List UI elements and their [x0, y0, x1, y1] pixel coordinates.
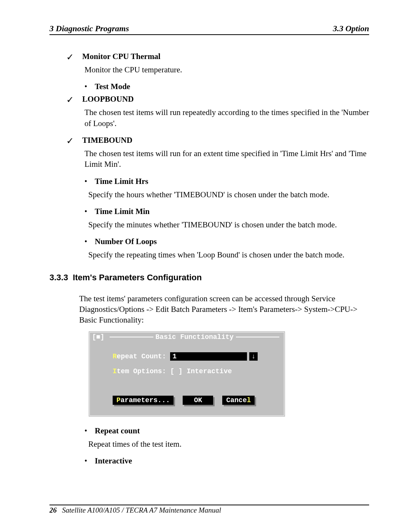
bullet-test-mode: • Test Mode: [84, 82, 369, 91]
bullet-label: Time Limit Hrs: [95, 177, 148, 186]
titlebar-rule: [236, 337, 279, 337]
close-icon[interactable]: [■]: [92, 333, 104, 341]
bullet-interactive: • Interactive: [84, 456, 369, 466]
section-number: 3.3.3: [49, 273, 68, 282]
bullet-icon: •: [84, 457, 87, 465]
bullet-number-of-loops: • Number Of Loops: [84, 237, 369, 246]
terminal-button-row: Parameters... OK Cancel: [90, 375, 284, 405]
bullet-icon: •: [84, 177, 87, 185]
footer-text: Satellite A100/A105 / TECRA A7 Maintenan…: [62, 506, 221, 514]
ok-button[interactable]: OK: [183, 396, 213, 405]
spinner-down-icon[interactable]: ↓: [249, 352, 258, 361]
body-text: Specify the repeating times when 'Loop B…: [88, 249, 369, 260]
checkmark-icon: ✓: [66, 95, 74, 104]
repeat-count-label: Repeat Count:: [113, 353, 170, 360]
header-left: 3 Diagnostic Programs: [49, 24, 129, 34]
section-intro: The test items' parameters configuration…: [79, 293, 369, 326]
bullet-label: Time Limit Min: [95, 207, 150, 216]
terminal-title: Basic Functionality: [156, 333, 234, 341]
terminal-titlebar: [■] Basic Functionality: [90, 332, 284, 342]
terminal-screenshot: [■] Basic Functionality Repeat Count: 1 …: [88, 331, 285, 417]
bullet-icon: •: [84, 427, 87, 435]
bullet-label: Test Mode: [95, 82, 130, 91]
bullet-repeat-count: • Repeat count: [84, 426, 369, 436]
check-label: LOOPBOUND: [82, 94, 134, 104]
body-text: The chosen test items will run repeatedl…: [84, 107, 369, 129]
bullet-icon: •: [84, 238, 87, 245]
running-header: 3 Diagnostic Programs 3.3 Option: [49, 24, 369, 35]
repeat-count-input[interactable]: 1: [170, 352, 247, 361]
checkmark-icon: ✓: [66, 53, 74, 62]
bullet-icon: •: [84, 83, 87, 90]
section-title: Item's Parameters Configuration: [73, 273, 202, 282]
bullet-label: Interactive: [95, 456, 132, 466]
check-item-loopbound: ✓ LOOPBOUND: [66, 94, 369, 104]
page-footer: 26Satellite A100/A105 / TECRA A7 Mainten…: [49, 505, 369, 514]
checkmark-icon: ✓: [66, 136, 74, 145]
body-text: Repeat times of the test item.: [88, 439, 369, 449]
body-text: Specify the hours whether 'TIMEBOUND' is…: [88, 189, 369, 200]
cancel-button[interactable]: Cancel: [222, 396, 255, 405]
bullet-time-limit-hrs: • Time Limit Hrs: [84, 177, 369, 186]
check-label: Monitor CPU Thermal: [82, 52, 161, 61]
item-options-row: Item Options: [ ] Interactive: [90, 361, 284, 375]
check-item-timebound: ✓ TIMEBOUND: [66, 136, 369, 145]
repeat-count-row: Repeat Count: 1 ↓: [90, 342, 284, 361]
body-text: Specify the minutes whether 'TIMEBOUND' …: [88, 219, 369, 230]
bullet-icon: •: [84, 208, 87, 215]
body-text: The chosen test items will run for an ex…: [84, 148, 369, 170]
section-heading: 3.3.3 Item's Parameters Configuration: [49, 273, 369, 283]
body-text: Monitor the CPU temperature.: [84, 64, 369, 75]
page-number: 26: [49, 506, 57, 514]
bullet-label: Number Of Loops: [95, 237, 157, 246]
titlebar-rule: [110, 337, 153, 337]
item-options-label: Item Options:: [113, 367, 170, 375]
check-label: TIMEBOUND: [82, 136, 132, 145]
bullet-label: Repeat count: [95, 426, 140, 436]
header-right: 3.3 Option: [333, 24, 369, 34]
bullet-time-limit-min: • Time Limit Min: [84, 207, 369, 216]
interactive-checkbox[interactable]: [ ] Interactive: [170, 367, 232, 375]
check-item-monitor-cpu: ✓ Monitor CPU Thermal: [66, 52, 369, 61]
parameters-button[interactable]: Parameters...: [113, 396, 174, 405]
